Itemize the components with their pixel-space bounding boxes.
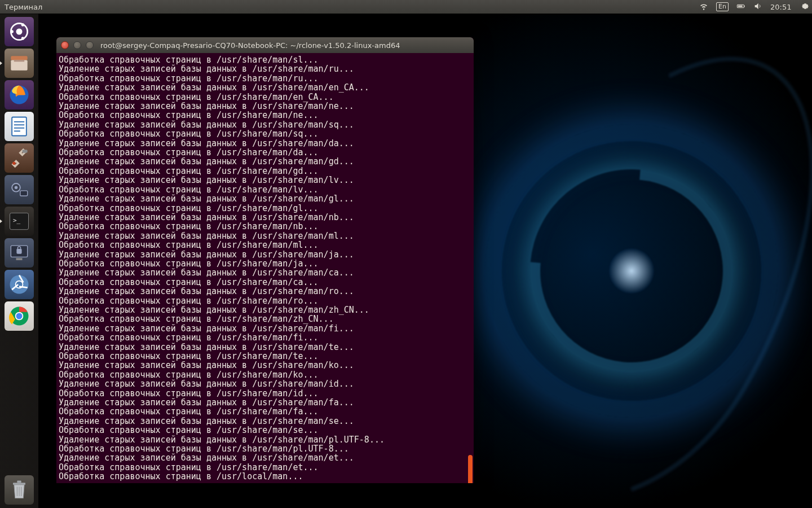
svg-rect-2 (738, 5, 743, 7)
svg-rect-1 (744, 5, 744, 7)
svg-rect-12 (12, 117, 27, 136)
svg-point-6 (21, 23, 25, 27)
window-maximize-button[interactable] (86, 41, 94, 49)
launcher-lock[interactable] (5, 238, 34, 268)
terminal-output[interactable]: Обработка справочных страниц в /usr/shar… (56, 53, 474, 483)
terminal-line: Обработка справочных страниц в /usr/shar… (59, 314, 471, 323)
terminal-line: Удаление старых записей базы данных в /u… (59, 120, 471, 129)
unity-launcher: >_ (0, 14, 38, 508)
terminal-line: Удаление старых записей базы данных в /u… (59, 417, 471, 426)
terminal-line: Обработка справочных страниц в /usr/shar… (59, 148, 471, 157)
window-minimize-button[interactable] (73, 41, 81, 49)
launcher-libreoffice-writer[interactable] (5, 112, 34, 141)
terminal-line: Обработка справочных страниц в /usr/shar… (59, 185, 471, 194)
svg-rect-10 (14, 60, 24, 62)
terminal-line: Обработка справочных страниц в /usr/shar… (59, 333, 471, 342)
launcher-firefox[interactable] (5, 80, 34, 110)
terminal-line: Обработка справочных страниц в /usr/shar… (59, 240, 471, 249)
window-close-button[interactable] (61, 41, 69, 49)
terminal-line: Удаление старых записей базы данных в /u… (59, 305, 471, 314)
terminal-line: Обработка справочных страниц в /usr/shar… (59, 74, 471, 83)
terminal-line: Обработка справочных страниц в /usr/shar… (59, 389, 471, 398)
svg-rect-34 (13, 483, 25, 485)
terminal-line: Удаление старых записей базы данных в /u… (59, 343, 471, 352)
terminal-line: Обработка справочных страниц в /usr/shar… (59, 407, 471, 416)
terminal-line: Обработка справочных страниц в /usr/loca… (59, 472, 471, 481)
svg-rect-14 (14, 124, 24, 125)
launcher-chromium[interactable] (5, 270, 34, 299)
terminal-line: Удаление старых записей базы данных в /u… (59, 157, 471, 166)
terminal-line: Удаление старых записей базы данных в /u… (59, 83, 471, 92)
terminal-line: Удаление старых записей базы данных в /u… (59, 213, 471, 222)
terminal-line: Удаление старых записей базы данных в /u… (59, 250, 471, 259)
svg-point-33 (16, 313, 23, 319)
svg-rect-8 (11, 56, 27, 60)
svg-rect-16 (14, 130, 20, 132)
launcher-files[interactable] (5, 49, 34, 78)
terminal-line: Удаление старых записей базы данных в /u… (59, 194, 471, 203)
svg-point-17 (12, 161, 16, 165)
keyboard-layout-indicator[interactable]: En (716, 2, 729, 11)
system-gear-icon[interactable] (801, 2, 810, 12)
terminal-titlebar[interactable]: root@sergey-Compaq-Presario-CQ70-Noteboo… (56, 37, 474, 53)
svg-point-7 (21, 37, 25, 40)
terminal-line: Обработка справочных страниц в /usr/shar… (59, 278, 471, 287)
terminal-line: Удаление старых записей базы данных в /u… (59, 64, 471, 73)
app-menu-title[interactable]: Терминал (5, 3, 42, 11)
terminal-line: Удаление старых записей базы данных в /u… (59, 435, 471, 444)
svg-rect-15 (14, 128, 24, 129)
svg-rect-27 (16, 258, 23, 260)
terminal-line: Обработка справочных страниц в /usr/shar… (59, 111, 471, 120)
system-tray: En 20:51 (699, 2, 810, 12)
terminal-window-title: root@sergey-Compaq-Presario-CQ70-Noteboo… (100, 41, 400, 50)
terminal-line: Обработка справочных страниц в /usr/shar… (59, 463, 471, 472)
terminal-scrollbar-thumb[interactable] (468, 455, 473, 483)
terminal-line: Удаление старых записей базы данных в /u… (59, 268, 471, 277)
terminal-line: Обработка справочных страниц в /usr/shar… (59, 129, 471, 138)
terminal-line: Удаление старых записей базы данных в /u… (59, 379, 471, 388)
svg-rect-35 (17, 481, 21, 483)
terminal-line: Обработка справочных страниц в /usr/shar… (59, 426, 471, 435)
terminal-line: Обработка справочных страниц в /usr/shar… (59, 55, 471, 64)
terminal-line: Удаление старых записей базы данных в /u… (59, 139, 471, 148)
clock-indicator[interactable]: 20:51 (770, 3, 793, 11)
svg-rect-21 (20, 191, 28, 196)
terminal-line: Обработка справочных страниц в /usr/shar… (59, 296, 471, 305)
terminal-line: Обработка справочных страниц в /usr/shar… (59, 370, 471, 379)
terminal-line: Обработка справочных страниц в /usr/shar… (59, 204, 471, 213)
launcher-terminal[interactable]: >_ (5, 207, 34, 236)
terminal-line: Обработка справочных страниц в /usr/shar… (59, 259, 471, 268)
terminal-line: Удаление старых записей базы данных в /u… (59, 398, 471, 407)
volume-icon[interactable] (753, 2, 762, 12)
svg-rect-13 (14, 121, 24, 122)
terminal-line: Удаление старых записей базы данных в /u… (59, 176, 471, 185)
desktop: Терминал En 20:51 (0, 0, 812, 508)
terminal-line: Обработка справочных страниц в /usr/shar… (59, 444, 471, 453)
svg-point-4 (16, 29, 23, 35)
terminal-line: Удаление старых записей базы данных в /u… (59, 231, 471, 240)
svg-rect-18 (23, 150, 28, 153)
terminal-line: Удаление старых записей базы данных в /u… (59, 453, 471, 462)
launcher-trash[interactable] (5, 475, 34, 505)
svg-point-5 (10, 30, 14, 33)
terminal-line: Обработка справочных страниц в /usr/shar… (59, 222, 471, 231)
terminal-line: Обработка справочных страниц в /usr/shar… (59, 93, 471, 102)
terminal-line: Обработка справочных страниц в /usr/shar… (59, 352, 471, 361)
launcher-settings[interactable] (5, 143, 34, 173)
network-wifi-icon[interactable] (699, 2, 708, 12)
terminal-window[interactable]: root@sergey-Compaq-Presario-CQ70-Noteboo… (56, 37, 474, 483)
battery-icon[interactable] (736, 2, 745, 12)
launcher-media-player[interactable] (5, 175, 34, 204)
terminal-line: Удаление старых записей базы данных в /u… (59, 287, 471, 296)
terminal-line: Удаление старых записей базы данных в /u… (59, 324, 471, 333)
launcher-chrome[interactable] (5, 301, 34, 331)
svg-text:>_: >_ (13, 217, 21, 224)
top-panel: Терминал En 20:51 (0, 0, 812, 14)
terminal-line: Удаление старых записей базы данных в /u… (59, 361, 471, 370)
svg-point-20 (15, 186, 18, 190)
wallpaper-swirl (462, 34, 801, 497)
launcher-dash[interactable] (5, 17, 34, 46)
terminal-line: Удаление старых записей базы данных в /u… (59, 102, 471, 111)
terminal-line: Обработка справочных страниц в /usr/shar… (59, 167, 471, 176)
